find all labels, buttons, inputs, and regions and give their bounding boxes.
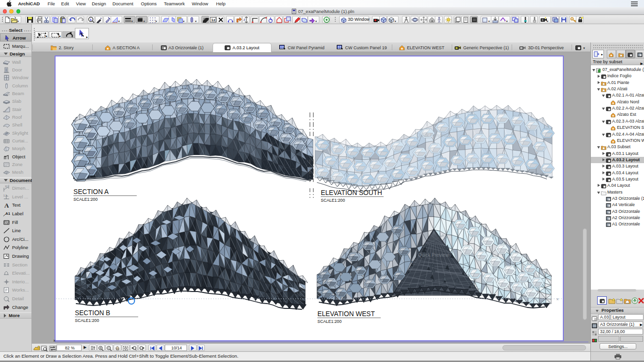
svg-text:ELEVATION SOUTH: ELEVATION SOUTH [321, 189, 382, 196]
svg-text:SECTION A: SECTION A [73, 188, 109, 195]
svg-text:x: x [557, 297, 558, 301]
svg-text:SCALE1:200: SCALE1:200 [317, 319, 342, 324]
svg-text:SCALE1:200: SCALE1:200 [73, 197, 98, 202]
svg-text:SCALE1:200: SCALE1:200 [321, 198, 345, 203]
svg-text:SCALE1:200: SCALE1:200 [75, 318, 99, 323]
svg-text:Quick Preview: Quick Preview [418, 252, 449, 258]
svg-text:Quick Preview: Quick Preview [416, 133, 448, 138]
svg-text:12: 12 [5, 185, 8, 188]
svg-text:A1: A1 [5, 211, 10, 216]
svg-text:ELEVATION WEST: ELEVATION WEST [317, 310, 375, 318]
svg-text:z: z [243, 18, 245, 21]
svg-text:1z: 1z [211, 18, 215, 22]
svg-text:SECTION B: SECTION B [75, 309, 110, 317]
svg-text:A: A [4, 202, 9, 209]
svg-text:1.2: 1.2 [3, 194, 7, 197]
